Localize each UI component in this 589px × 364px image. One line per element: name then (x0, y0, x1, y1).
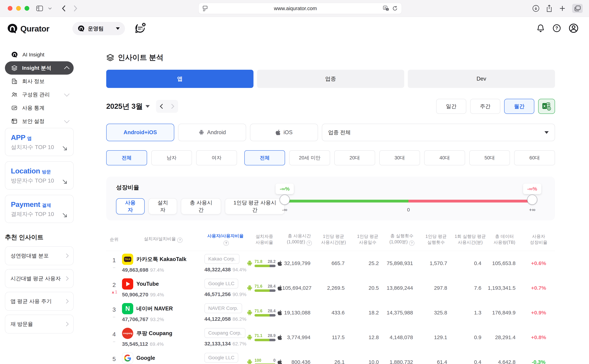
age-filter-all[interactable]: 전체 (244, 150, 285, 165)
reader-view-icon[interactable] (202, 6, 208, 11)
forward-button[interactable] (73, 5, 78, 12)
chevron-down-icon[interactable] (48, 7, 52, 10)
minimize-window-button[interactable] (16, 6, 21, 11)
granularity-weekly-button[interactable]: 주간 (470, 99, 500, 114)
reload-icon[interactable] (392, 6, 398, 11)
info-icon[interactable] (409, 240, 414, 246)
android-share: 71.6 (255, 309, 262, 313)
industry-select-value: 업종 전체 (328, 129, 351, 136)
window-controls[interactable] (8, 6, 29, 11)
growth-range-slider[interactable]: -∞% -∞% -∞ 0 +∞ (285, 184, 532, 214)
age-filter-50s[interactable]: 50대 (469, 150, 510, 165)
previous-period-button[interactable] (160, 104, 165, 109)
avg-usage-min: 665.7 (316, 260, 351, 266)
sidebar-item-ai-insight[interactable]: AI Insight (5, 48, 74, 61)
sidebar-item-security-settings[interactable]: 보안 설정 (5, 115, 74, 128)
notifications-button[interactable] (536, 24, 545, 33)
avg-usage-days: 10.0 (351, 359, 385, 364)
os-filter-all-button[interactable]: Android+iOS (106, 124, 174, 141)
recommend-item-gender-age[interactable]: 성연령대별 분포 (5, 246, 74, 265)
industry-select[interactable]: 업종 전체 (322, 124, 555, 141)
age-filter-20s[interactable]: 20대 (334, 150, 375, 165)
gender-filter-all[interactable]: 전체 (106, 150, 147, 165)
downloads-icon[interactable] (532, 5, 540, 12)
back-button[interactable] (61, 5, 66, 12)
table-row[interactable]: 5▼1 Google 36,748,56971.8% Google LLC 30… (106, 350, 555, 364)
granularity-monthly-button[interactable]: 월간 (504, 99, 534, 114)
total-usage: 32,169,799 (282, 260, 316, 266)
help-button[interactable]: ? (553, 24, 561, 33)
period-dropdown-caret-icon[interactable] (146, 105, 150, 108)
install-ratio: 69.4% (150, 341, 164, 347)
table-row[interactable]: 1– TALK 카카오톡 KakaoTalk 49,863,69897.4% K… (106, 251, 555, 276)
excel-download-button[interactable]: X (538, 99, 555, 114)
gender-filter-male[interactable]: 남자 (151, 150, 192, 165)
qurator-logo[interactable]: Qurator (7, 23, 49, 34)
app-top10-card[interactable]: APP앱 설치자수 TOP 10 (5, 128, 74, 156)
sidebar-toggle-icon[interactable] (36, 6, 43, 11)
growth-metric-users-button[interactable]: 사용자 (116, 198, 145, 214)
info-icon[interactable] (177, 238, 183, 243)
share-icon[interactable] (546, 5, 553, 12)
table-row[interactable]: 3– N 네이버 NAVER 47,706,76793.2% NAVER Cor… (106, 300, 555, 325)
avg-usage-days: 25.2 (351, 260, 385, 266)
sidebar-label: 회사 정보 (22, 78, 69, 85)
slider-track[interactable] (285, 200, 532, 202)
age-filter-60s[interactable]: 60대 (514, 150, 555, 165)
growth-metric-total-usage-button[interactable]: 총 사용시간 (181, 198, 221, 214)
tab-overview-icon[interactable] (572, 4, 583, 13)
translate-icon[interactable]: A✕ (383, 6, 389, 11)
growth-metric-avg-usage-button[interactable]: 1인당 평균 사용시간 (225, 198, 285, 214)
sidebar-item-company-info[interactable]: 회사 정보 (5, 75, 74, 88)
close-window-button[interactable] (8, 6, 13, 11)
payment-top10-card[interactable]: Payment결제 결제자수 TOP 10 (5, 195, 74, 223)
gender-filter-female[interactable]: 여자 (196, 150, 237, 165)
team-selector[interactable]: 운영팀 (73, 22, 125, 35)
recommend-item-usage-cycle[interactable]: 앱 평균 사용 주기 (5, 292, 74, 311)
address-bar[interactable]: www.aiqurator.com A✕ (199, 3, 402, 14)
table-row[interactable]: 4– coupang 쿠팡 Coupang 35,545,11269.4% Co… (106, 325, 555, 350)
total-usage: 800.436 (282, 359, 316, 364)
os-filter-ios-button[interactable]: iOS (250, 124, 318, 141)
tab-industry[interactable]: 업종 (257, 70, 404, 88)
android-icon (246, 358, 253, 364)
slider-right-handle[interactable] (527, 195, 537, 205)
total-launches: 14,375,988 (385, 310, 419, 316)
users: 48,322,438 (204, 266, 231, 272)
recommend-item-revisit-rate[interactable]: 재 방문율 (5, 315, 74, 333)
growth-ratio-panel: 성장비율 사용자 설치자 총 사용시간 1인당 평균 사용시간 -∞% -∞% … (106, 176, 555, 220)
zoom-window-button[interactable] (25, 6, 29, 11)
col-header-avg-days: 1인당 평균사용일수 (351, 234, 385, 245)
ai-chat-button[interactable] (134, 23, 146, 34)
location-top10-card[interactable]: Location방문 방문자수 TOP 10 (5, 161, 74, 189)
card-title-kr: 앱 (27, 136, 32, 141)
total-launches: 13,869,244 (385, 285, 419, 291)
col-header-total-launches: 총 실행횟수(1,000분) (385, 233, 419, 246)
info-icon[interactable] (224, 240, 229, 246)
sidebar-item-member-management[interactable]: 구성원 관리 (5, 88, 74, 101)
url-text[interactable]: www.aiqurator.com (208, 6, 383, 11)
new-tab-icon[interactable] (559, 5, 566, 12)
tab-app[interactable]: 앱 (106, 70, 253, 88)
os-filter-android-button[interactable]: Android (178, 124, 246, 141)
table-row[interactable]: 2▲1 YouTube 50,906,27099.4% Google LLC 4… (106, 276, 555, 300)
info-icon[interactable] (307, 240, 312, 246)
os-share-bar (255, 289, 276, 292)
growth-metric-installs-button[interactable]: 설치자 (148, 198, 177, 214)
company-chip: Kakao Corp. (204, 254, 239, 264)
sidebar-item-insight-analysis[interactable]: Insight 분석 (5, 61, 74, 75)
slider-left-handle[interactable] (280, 195, 290, 205)
recommend-item-hourly-users[interactable]: 시간대별 평균 사용자 (5, 269, 74, 288)
youtube-app-icon (122, 278, 133, 290)
ios-share: 28.4 (268, 309, 276, 313)
granularity-daily-button[interactable]: 일간 (436, 99, 466, 114)
age-filter-40s[interactable]: 40대 (424, 150, 465, 165)
next-period-button[interactable] (169, 104, 174, 109)
period-label[interactable]: 2025년 3월 (106, 101, 143, 111)
age-filter-30s[interactable]: 30대 (379, 150, 420, 165)
sidebar-item-usage-stats[interactable]: 사용 통계 (5, 101, 74, 115)
age-filter-under20[interactable]: 20세 미만 (289, 150, 330, 165)
qurator-logo-icon (7, 23, 18, 34)
account-avatar[interactable] (569, 23, 578, 34)
tab-dev[interactable]: Dev (408, 70, 555, 88)
